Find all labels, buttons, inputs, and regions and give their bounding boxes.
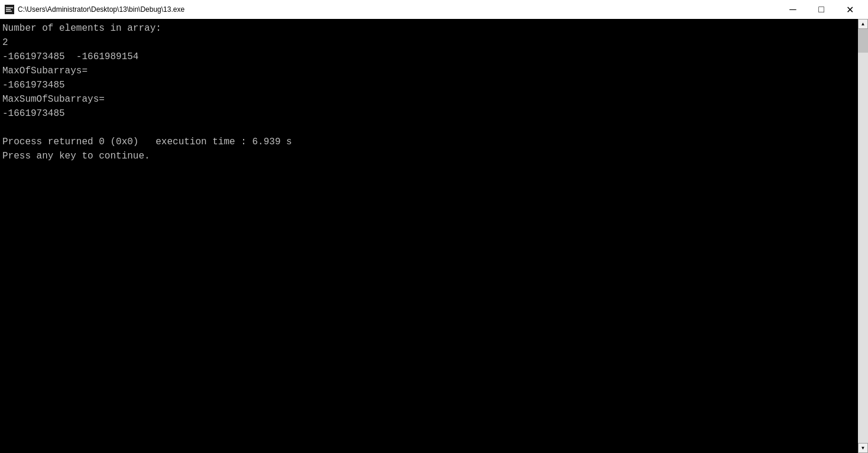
- window-title: C:\Users\Administrator\Desktop\13\bin\De…: [18, 5, 184, 14]
- close-button[interactable]: ✕: [836, 0, 863, 19]
- svg-rect-2: [6, 9, 11, 10]
- title-bar-controls: ─ □ ✕: [779, 0, 863, 19]
- svg-rect-3: [6, 11, 12, 12]
- console-area: Number of elements in array: 2 -16619734…: [0, 19, 868, 453]
- console-line-5: -1661973485: [2, 80, 65, 90]
- console-output: Number of elements in array: 2 -16619734…: [0, 19, 858, 453]
- console-line-1: Number of elements in array:: [2, 23, 161, 34]
- console-line-9: Process returned 0 (0x0) execution time …: [2, 137, 292, 147]
- svg-rect-1: [6, 7, 13, 8]
- console-line-2: 2: [2, 37, 8, 48]
- title-bar: C:\Users\Administrator\Desktop\13\bin\De…: [0, 0, 868, 19]
- window: C:\Users\Administrator\Desktop\13\bin\De…: [0, 0, 868, 453]
- console-line-3: -1661973485 -1661989154: [2, 51, 138, 62]
- console-line-4: MaxOfSubarrays=: [2, 66, 88, 76]
- scrollbar-track[interactable]: [858, 29, 868, 443]
- maximize-button[interactable]: □: [808, 0, 835, 19]
- scrollbar[interactable]: ▲ ▼: [858, 19, 868, 453]
- app-icon: [5, 5, 14, 14]
- scrollbar-down-button[interactable]: ▼: [858, 443, 868, 453]
- scrollbar-thumb[interactable]: [858, 29, 868, 53]
- minimize-button[interactable]: ─: [779, 0, 807, 19]
- console-line-7: -1661973485: [2, 108, 65, 119]
- title-bar-left: C:\Users\Administrator\Desktop\13\bin\De…: [5, 5, 184, 14]
- scrollbar-up-button[interactable]: ▲: [858, 19, 868, 29]
- console-line-6: MaxSumOfSubarrays=: [2, 94, 105, 105]
- console-line-10: Press any key to continue.: [2, 151, 150, 161]
